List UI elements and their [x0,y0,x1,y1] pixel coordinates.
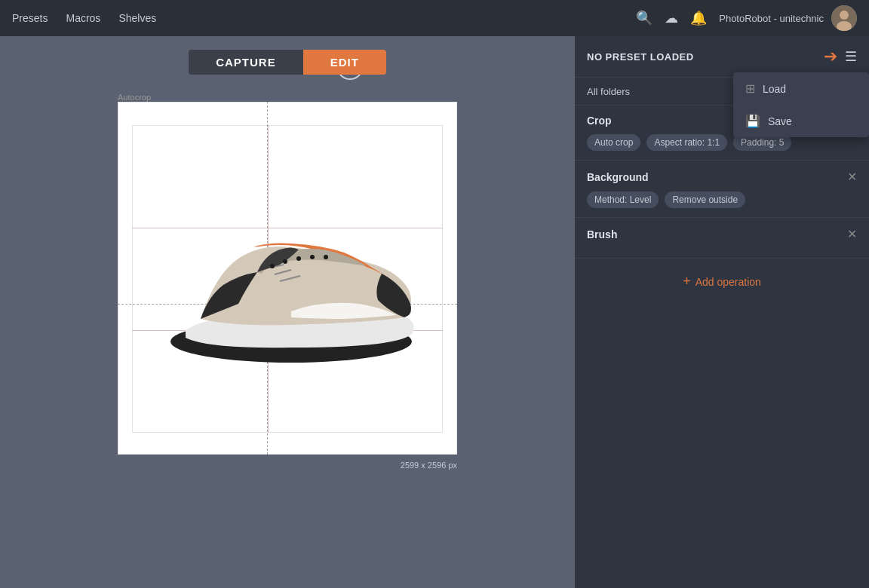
canvas-area: CAPTURE EDIT Autocrop [0,36,575,588]
load-label: Load [763,83,786,95]
crop-tag-1[interactable]: Aspect ratio: 1:1 [646,134,727,151]
add-plus-icon: + [683,274,691,289]
background-section: Background ✕ Method: Level Remove outsid… [575,161,869,218]
load-icon: ⊞ [745,81,755,96]
add-operation-label: Add operation [696,276,761,288]
preset-title: NO PRESET LOADED [587,51,694,63]
shoe-image [140,138,427,394]
bell-icon[interactable]: 🔔 [690,10,707,26]
autocrop-label: Autocrop [118,93,151,102]
bg-close-icon[interactable]: ✕ [847,170,857,184]
image-dimensions: 2599 x 2596 px [401,461,457,470]
bg-tag-1[interactable]: Remove outside [665,191,745,208]
main-area: CAPTURE EDIT Autocrop [0,36,869,588]
svg-point-11 [310,255,315,259]
brush-title: Brush [587,228,617,240]
username-label: PhotoRobot - unitechnic [719,13,824,24]
load-item[interactable]: ⊞ Load [733,72,869,105]
image-canvas: Autocrop [118,93,457,455]
svg-point-9 [283,259,287,264]
panel-header: NO PRESET LOADED ➔ ☰ [575,36,869,78]
tab-edit[interactable]: EDIT [303,50,386,75]
preset-dropdown: ⊞ Load 💾 Save [733,72,869,137]
top-nav: Presets Macros Shelves 🔍 ☁ 🔔 PhotoRobot … [0,0,869,36]
svg-point-8 [270,264,275,268]
svg-point-10 [296,256,301,261]
nav-shelves[interactable]: Shelves [118,12,156,24]
bg-tag-0[interactable]: Method: Level [587,191,659,208]
save-label: Save [768,115,792,127]
nav-presets[interactable]: Presets [12,12,48,24]
brush-section: Brush ✕ [575,218,869,259]
crop-title: Crop [587,115,612,127]
nav-user: PhotoRobot - unitechnic [719,5,857,31]
bg-title: Background [587,171,649,183]
svg-point-1 [840,11,849,20]
avatar[interactable] [831,5,857,31]
bg-section-header: Background ✕ [587,170,857,184]
arrow-indicator: ➔ ☰ [824,47,857,66]
right-panel: NO PRESET LOADED ➔ ☰ ⊞ Load 💾 Save All f… [575,36,869,588]
save-icon: 💾 [745,114,760,128]
tab-bar: CAPTURE EDIT [189,50,386,75]
nav-right: 🔍 ☁ 🔔 PhotoRobot - unitechnic [636,5,857,31]
brush-close-icon[interactable]: ✕ [847,227,857,241]
menu-icon[interactable]: ☰ [845,48,857,65]
bg-tags: Method: Level Remove outside [587,191,857,208]
svg-point-12 [324,255,328,259]
nav-macros[interactable]: Macros [66,12,100,24]
crop-tag-0[interactable]: Auto crop [587,134,640,151]
search-icon[interactable]: 🔍 [636,10,653,26]
nav-left: Presets Macros Shelves [12,12,156,24]
add-operation-btn[interactable]: + Add operation [575,259,869,305]
cloud-icon[interactable]: ☁ [665,10,678,26]
brush-section-header: Brush ✕ [587,227,857,241]
save-item[interactable]: 💾 Save [733,105,869,137]
tab-capture[interactable]: CAPTURE [189,50,303,75]
orange-arrow-icon: ➔ [824,47,837,66]
